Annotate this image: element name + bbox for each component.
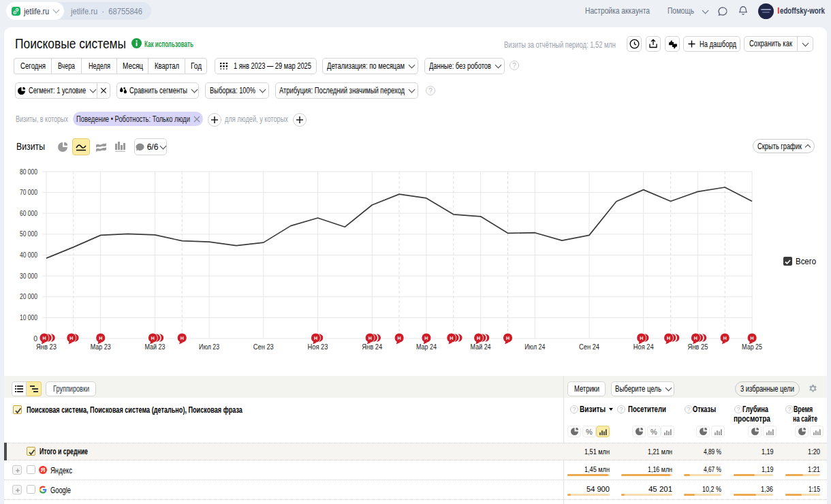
svg-text:Н: Н bbox=[506, 336, 509, 341]
svg-text:Май 24: Май 24 bbox=[471, 343, 491, 351]
svg-text:70 000: 70 000 bbox=[20, 188, 37, 196]
svg-text:Июл 23: Июл 23 bbox=[199, 343, 219, 351]
svg-text:Май 23: Май 23 bbox=[144, 343, 165, 351]
svg-text:Н: Н bbox=[450, 336, 453, 341]
svg-text:Н: Н bbox=[424, 336, 428, 341]
svg-text:Сен 24: Сен 24 bbox=[579, 343, 599, 351]
svg-text:0: 0 bbox=[33, 334, 37, 343]
svg-text:Мар 23: Мар 23 bbox=[91, 343, 111, 351]
svg-text:60 000: 60 000 bbox=[20, 209, 37, 217]
svg-text:Н: Н bbox=[69, 336, 73, 341]
svg-text:Мар 24: Мар 24 bbox=[416, 343, 437, 351]
svg-text:Н: Н bbox=[369, 336, 372, 341]
svg-text:Н: Н bbox=[751, 336, 754, 341]
svg-text:Н: Н bbox=[640, 336, 643, 341]
svg-text:Июл 24: Июл 24 bbox=[524, 343, 545, 351]
svg-text:Н: Н bbox=[42, 336, 46, 341]
svg-text:50 000: 50 000 bbox=[20, 230, 37, 238]
svg-text:Сен 23: Сен 23 bbox=[253, 343, 274, 351]
svg-text:Янв 23: Янв 23 bbox=[36, 343, 57, 351]
svg-text:40 000: 40 000 bbox=[20, 251, 37, 259]
svg-text:Мар 25: Мар 25 bbox=[742, 343, 762, 351]
svg-text:Н: Н bbox=[477, 336, 480, 341]
svg-text:10 000: 10 000 bbox=[20, 313, 37, 321]
svg-text:Н: Н bbox=[99, 336, 102, 341]
svg-text:Ноя 23: Ноя 23 bbox=[308, 343, 328, 351]
svg-text:Н: Н bbox=[398, 336, 401, 341]
svg-text:80 000: 80 000 bbox=[20, 168, 37, 176]
svg-text:Янв 24: Янв 24 bbox=[362, 343, 382, 351]
svg-text:Н: Н bbox=[667, 336, 670, 341]
svg-text:Ноя 24: Ноя 24 bbox=[633, 343, 654, 351]
svg-text:Янв 25: Янв 25 bbox=[687, 343, 708, 351]
svg-text:Н: Н bbox=[151, 336, 155, 341]
svg-text:30 000: 30 000 bbox=[20, 272, 37, 280]
svg-text:Н: Н bbox=[723, 336, 727, 341]
svg-text:Н: Н bbox=[314, 336, 317, 341]
svg-text:20 000: 20 000 bbox=[20, 292, 37, 300]
svg-text:Н: Н bbox=[181, 336, 184, 341]
svg-text:Н: Н bbox=[694, 336, 697, 341]
